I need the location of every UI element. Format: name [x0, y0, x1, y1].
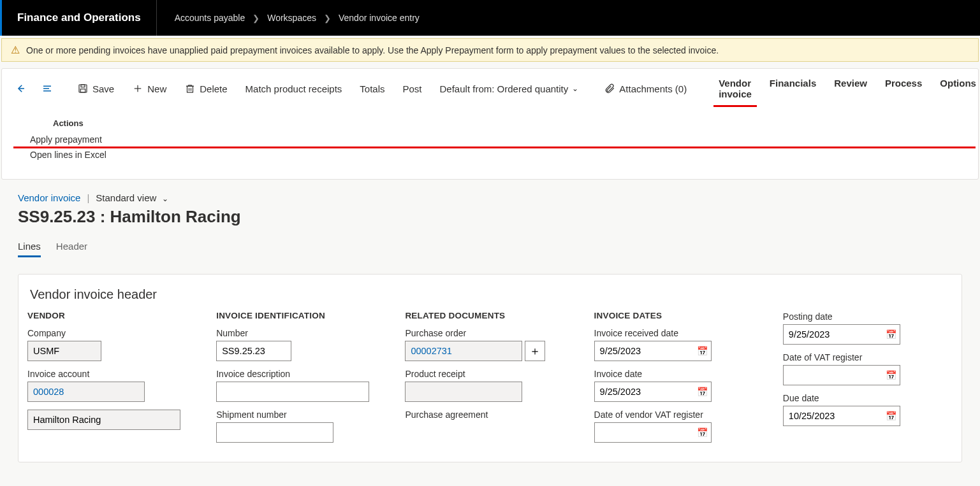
- invoice-account-label: Invoice account: [27, 369, 197, 379]
- default-from-label: Default from: Ordered quantity: [440, 83, 569, 94]
- shipment-field[interactable]: [216, 422, 333, 443]
- tab-review[interactable]: Review: [825, 73, 876, 104]
- identification-section: INVOICE IDENTIFICATION Number Invoice de…: [216, 311, 386, 450]
- match-label: Match product receipts: [245, 83, 342, 94]
- action-pane-tabs: Vendor invoice Financials Review Process…: [710, 73, 980, 104]
- number-label: Number: [216, 328, 386, 338]
- tab-vendor-invoice[interactable]: Vendor invoice: [710, 73, 761, 104]
- chevron-down-icon: ⌄: [572, 84, 578, 93]
- delete-label: Delete: [200, 83, 227, 94]
- tab-options[interactable]: Options: [931, 73, 980, 104]
- vendor-vat-register-label: Date of vendor VAT register: [594, 410, 764, 420]
- attachments-button[interactable]: Attachments (0): [596, 78, 694, 99]
- form-caption: Vendor invoice | Standard view ⌄: [18, 192, 962, 203]
- vendor-invoice-header-card: Vendor invoice header VENDOR Company Inv…: [18, 274, 962, 462]
- chevron-right-icon: ❯: [324, 13, 331, 23]
- warning-icon: ⚠: [11, 44, 20, 56]
- vat-register-label: Date of VAT register: [783, 352, 953, 362]
- attachments-label: Attachments (0): [619, 83, 687, 94]
- apply-prepayment-action[interactable]: Apply prepayment: [27, 133, 953, 146]
- post-label: Post: [403, 83, 422, 94]
- add-po-button[interactable]: ＋: [525, 341, 545, 361]
- breadcrumb-item[interactable]: Accounts payable: [175, 13, 245, 23]
- receipt-field[interactable]: [405, 382, 522, 402]
- plus-icon: ＋: [529, 343, 541, 359]
- actions-title: Actions: [53, 118, 953, 128]
- po-label: Purchase order: [405, 328, 574, 338]
- warning-banner: ⚠ One or more pending invoices have unap…: [1, 38, 979, 62]
- vat-register-field[interactable]: [783, 365, 900, 385]
- tab-process[interactable]: Process: [876, 73, 931, 104]
- actions-group: Actions Apply prepayment Open lines in E…: [2, 108, 978, 179]
- company-field[interactable]: [27, 341, 101, 361]
- page-body: Vendor invoice | Standard view ⌄ SS9.25.…: [0, 180, 980, 462]
- view-selector[interactable]: Standard view ⌄: [96, 192, 168, 203]
- number-field[interactable]: [216, 341, 291, 361]
- totals-button[interactable]: Totals: [352, 78, 392, 99]
- totals-label: Totals: [360, 83, 384, 94]
- breadcrumb-item[interactable]: Workspaces: [267, 13, 316, 23]
- post-button[interactable]: Post: [395, 78, 430, 99]
- form-caption-link[interactable]: Vendor invoice: [18, 192, 80, 203]
- due-date-label: Due date: [783, 393, 953, 403]
- list-button[interactable]: [35, 78, 59, 99]
- open-lines-excel-action[interactable]: Open lines in Excel: [27, 148, 953, 161]
- trash-icon: [184, 83, 196, 94]
- breadcrumb-item[interactable]: Vendor invoice entry: [339, 13, 420, 23]
- invoice-account-field[interactable]: [27, 382, 145, 402]
- separator: |: [87, 192, 89, 203]
- invoice-account-name-field[interactable]: [27, 410, 180, 430]
- tab-header[interactable]: Header: [56, 241, 87, 257]
- save-icon: [77, 83, 89, 94]
- company-label: Company: [27, 328, 197, 338]
- save-button[interactable]: Save: [69, 78, 122, 99]
- toolbar: Save New Delete Match product receipts T…: [2, 69, 978, 108]
- invoice-dates-section: INVOICE DATES Invoice received date 📅 In…: [594, 311, 764, 450]
- tab-financials[interactable]: Financials: [761, 73, 825, 104]
- new-label: New: [147, 83, 166, 94]
- description-label: Invoice description: [216, 369, 386, 379]
- view-label: Standard view: [96, 192, 156, 203]
- svg-rect-6: [80, 89, 85, 92]
- paperclip-icon: [604, 83, 615, 94]
- po-field[interactable]: [405, 341, 522, 361]
- vendor-section: VENDOR Company Invoice account: [27, 311, 197, 450]
- breadcrumb: Accounts payable ❯ Workspaces ❯ Vendor i…: [157, 13, 420, 23]
- new-button[interactable]: New: [124, 78, 174, 99]
- posting-date-field[interactable]: [783, 324, 900, 345]
- detail-tabs: Lines Header: [18, 241, 962, 257]
- invoice-date-label: Invoice date: [594, 369, 764, 379]
- default-from-dropdown[interactable]: Default from: Ordered quantity ⌄: [432, 78, 587, 99]
- delete-button[interactable]: Delete: [177, 78, 235, 99]
- received-date-field[interactable]: [594, 341, 712, 361]
- warning-text: One or more pending invoices have unappl…: [26, 45, 719, 55]
- tab-lines[interactable]: Lines: [18, 241, 41, 257]
- agreement-label: Purchase agreement: [405, 410, 574, 420]
- posting-date-label: Posting date: [783, 311, 953, 322]
- related-documents-section: RELATED DOCUMENTS Purchase order ＋ Produ…: [405, 311, 574, 450]
- save-label: Save: [92, 83, 114, 94]
- receipt-label: Product receipt: [405, 369, 574, 379]
- received-date-label: Invoice received date: [594, 328, 764, 338]
- card-title: Vendor invoice header: [27, 283, 953, 311]
- vendor-vat-register-field[interactable]: [594, 422, 712, 443]
- svg-rect-5: [81, 85, 85, 87]
- section-header: INVOICE DATES: [594, 311, 764, 320]
- chevron-right-icon: ❯: [252, 13, 260, 23]
- invoice-dates-section-2: Posting date 📅 Date of VAT register 📅 Du…: [783, 311, 953, 450]
- section-header: INVOICE IDENTIFICATION: [216, 311, 386, 320]
- invoice-date-field[interactable]: [594, 382, 712, 402]
- app-title: Finance and Operations: [2, 0, 157, 36]
- svg-rect-9: [187, 86, 193, 92]
- page-title: SS9.25.23 : Hamilton Racing: [18, 207, 962, 227]
- due-date-field[interactable]: [783, 406, 900, 426]
- shipment-label: Shipment number: [216, 410, 386, 420]
- match-receipts-button[interactable]: Match product receipts: [238, 78, 350, 99]
- chevron-down-icon: ⌄: [162, 194, 168, 203]
- description-field[interactable]: [216, 382, 369, 402]
- action-pane: Save New Delete Match product receipts T…: [1, 68, 979, 180]
- topbar: Finance and Operations Accounts payable …: [0, 0, 980, 36]
- section-header: VENDOR: [27, 311, 197, 320]
- section-header: RELATED DOCUMENTS: [405, 311, 574, 320]
- back-button[interactable]: [8, 78, 33, 99]
